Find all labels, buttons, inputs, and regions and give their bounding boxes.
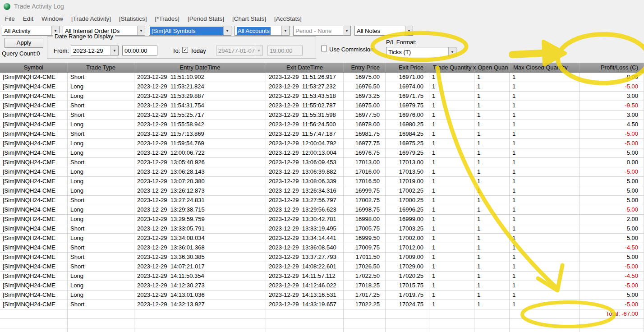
- table-row[interactable]: [Sim]MNQH24-CMEShort2023-12-29 11:51:10.…: [0, 73, 644, 82]
- table-row[interactable]: [Sim]MNQH24-CMEShort2023-12-29 13:33:05.…: [0, 224, 644, 234]
- cell: [Sim]MNQH24-CME: [0, 120, 68, 129]
- cell: 2023-12-29 11:55:25.717: [134, 111, 266, 120]
- column-header[interactable]: Trade Quantity x Open Quan: [429, 63, 474, 73]
- pl-format-select[interactable]: Ticks (T) ▼: [386, 47, 456, 57]
- cell: 1: [429, 290, 474, 300]
- column-header[interactable]: Entry DateTime: [134, 63, 266, 73]
- filter-activity-select[interactable]: All Activity ▼: [2, 26, 60, 36]
- apply-button[interactable]: Apply: [5, 38, 43, 48]
- empty-row[interactable]: [0, 319, 644, 328]
- cell: 1: [510, 290, 580, 300]
- table-row[interactable]: [Sim]MNQH24-CMEShort2023-12-29 11:54:31.…: [0, 101, 644, 111]
- column-header[interactable]: Exit DateTime: [266, 63, 344, 73]
- table-row[interactable]: [Sim]MNQH24-CMEShort2023-12-29 13:27:24.…: [0, 196, 644, 205]
- from-label: From:: [54, 47, 69, 54]
- table-row[interactable]: [Sim]MNQH24-CMELong2023-12-29 13:34:08.0…: [0, 234, 644, 243]
- cell: 1: [429, 111, 474, 120]
- title-bar[interactable]: Trade Activity Log: [0, 0, 644, 13]
- column-header[interactable]: Max Closed Quantity: [510, 63, 580, 73]
- use-commission-checkbox[interactable]: [321, 46, 327, 51]
- cell: 2023-12-29 13:29:38.715: [134, 205, 266, 215]
- filter-symbols-select[interactable]: [Sim]All Symbols ▼: [149, 26, 231, 36]
- cell: 2023-12-29 11:53:27.232: [266, 82, 344, 92]
- menu-item-edit[interactable]: Edit: [19, 14, 37, 24]
- cell: 5.00: [580, 186, 644, 196]
- cell: 17009.00: [386, 253, 429, 262]
- to-time-input[interactable]: [267, 46, 303, 55]
- cell: 1: [510, 177, 580, 186]
- table-row[interactable]: [Sim]MNQH24-CMELong2023-12-29 14:13:01.0…: [0, 290, 644, 300]
- empty-row[interactable]: [0, 328, 644, 332]
- date-range-group-label: Date Range to Display: [53, 33, 115, 40]
- cell: 16976.50: [344, 82, 386, 92]
- chevron-down-icon: ▼: [137, 26, 145, 35]
- total-row[interactable]: Total: -67.00: [0, 309, 644, 319]
- to-label: To:: [172, 47, 180, 54]
- filter-period-value: Period - None: [294, 26, 343, 35]
- today-checkbox[interactable]: ✓: [182, 47, 188, 53]
- table-row[interactable]: [Sim]MNQH24-CMEShort2023-12-29 13:05:40.…: [0, 158, 644, 167]
- cell: 2023-12-29 11:57:47.187: [266, 129, 344, 139]
- table-row[interactable]: [Sim]MNQH24-CMELong2023-12-29 13:07:20.3…: [0, 177, 644, 186]
- from-time-input[interactable]: [122, 46, 157, 55]
- table-row[interactable]: [Sim]MNQH24-CMEShort2023-12-29 11:57:13.…: [0, 129, 644, 139]
- table-row[interactable]: [Sim]MNQH24-CMELong2023-12-29 13:29:59.7…: [0, 215, 644, 224]
- table-row[interactable]: [Sim]MNQH24-CMEShort2023-12-29 14:07:21.…: [0, 262, 644, 272]
- table-row[interactable]: [Sim]MNQH24-CMEShort2023-12-29 14:32:13.…: [0, 300, 644, 309]
- cell: [68, 309, 134, 319]
- table-row[interactable]: [Sim]MNQH24-CMELong2023-12-29 14:12:30.2…: [0, 281, 644, 290]
- cell: 1: [510, 92, 580, 101]
- filter-accounts-select[interactable]: All Accounts ▼: [235, 26, 290, 36]
- menu-item-chart-stats[interactable]: [Chart Stats]: [228, 14, 270, 24]
- column-header[interactable]: Trade Type: [68, 63, 134, 73]
- cell: 1: [429, 196, 474, 205]
- cell: 16971.00: [386, 73, 429, 82]
- cell: [Sim]MNQH24-CME: [0, 253, 68, 262]
- cell: 1: [429, 129, 474, 139]
- table-row[interactable]: [Sim]MNQH24-CMELong2023-12-29 12:00:06.7…: [0, 148, 644, 158]
- menu-item-file[interactable]: File: [1, 14, 19, 24]
- table-row[interactable]: [Sim]MNQH24-CMELong2023-12-29 11:53:21.8…: [0, 82, 644, 92]
- cell: 2023-12-29 13:07:20.380: [134, 177, 266, 186]
- table-row[interactable]: [Sim]MNQH24-CMELong2023-12-29 13:26:12.8…: [0, 186, 644, 196]
- cell: -5.00: [580, 205, 644, 215]
- cell: 2023-12-29 14:13:01.036: [134, 290, 266, 300]
- column-header[interactable]: [474, 63, 510, 73]
- cell: 1: [510, 215, 580, 224]
- to-date-select[interactable]: 294177-01-07 ▼: [216, 46, 263, 55]
- cell: [68, 319, 134, 328]
- table-row[interactable]: [Sim]MNQH24-CMELong2023-12-29 11:55:58.9…: [0, 120, 644, 129]
- cell: 2.00: [580, 215, 644, 224]
- cell: 3.00: [580, 111, 644, 120]
- table-row[interactable]: [Sim]MNQH24-CMELong2023-12-29 11:53:29.8…: [0, 92, 644, 101]
- column-header[interactable]: Profit/Loss (C): [580, 63, 644, 73]
- menu-item-trades[interactable]: [*Trades]: [151, 14, 184, 24]
- column-header[interactable]: Exit Price: [386, 63, 429, 73]
- menu-item-trade-activity[interactable]: [Trade Activity]: [67, 14, 115, 24]
- menu-item-period-stats[interactable]: [Period Stats]: [184, 14, 228, 24]
- table-row[interactable]: [Sim]MNQH24-CMELong2023-12-29 13:06:28.1…: [0, 167, 644, 177]
- table-row[interactable]: [Sim]MNQH24-CMEShort2023-12-29 11:55:25.…: [0, 111, 644, 120]
- cell: Short: [68, 101, 134, 111]
- app-icon: [4, 3, 10, 10]
- from-date-select[interactable]: 2023-12-29 ▼: [71, 46, 119, 55]
- column-header[interactable]: Symbol: [0, 63, 68, 73]
- cell: Short: [68, 111, 134, 120]
- filter-period-select[interactable]: Period - None ▼: [293, 26, 351, 36]
- menu-item-window[interactable]: Window: [37, 14, 67, 24]
- cell: Short: [68, 73, 134, 82]
- filter-notes-select[interactable]: All Notes ▼: [354, 26, 413, 36]
- cell: 17022.50: [344, 272, 386, 281]
- table-row[interactable]: [Sim]MNQH24-CMEShort2023-12-29 13:36:01.…: [0, 243, 644, 253]
- pl-format-label: P/L Format:: [386, 39, 416, 46]
- cell: Long: [68, 82, 134, 92]
- table-row[interactable]: [Sim]MNQH24-CMELong2023-12-29 11:59:54.7…: [0, 139, 644, 148]
- menubar: File Edit Window [Trade Activity] [Stati…: [0, 13, 644, 25]
- column-header[interactable]: Entry Price: [344, 63, 386, 73]
- menu-item-accstats[interactable]: [AccStats]: [270, 14, 306, 24]
- cell: 17016.50: [344, 177, 386, 186]
- menu-item-statistics[interactable]: [Statistics]: [115, 14, 151, 24]
- table-row[interactable]: [Sim]MNQH24-CMEShort2023-12-29 13:36:30.…: [0, 253, 644, 262]
- table-row[interactable]: [Sim]MNQH24-CMELong2023-12-29 13:29:38.7…: [0, 205, 644, 215]
- table-row[interactable]: [Sim]MNQH24-CMELong2023-12-29 14:11:50.3…: [0, 272, 644, 281]
